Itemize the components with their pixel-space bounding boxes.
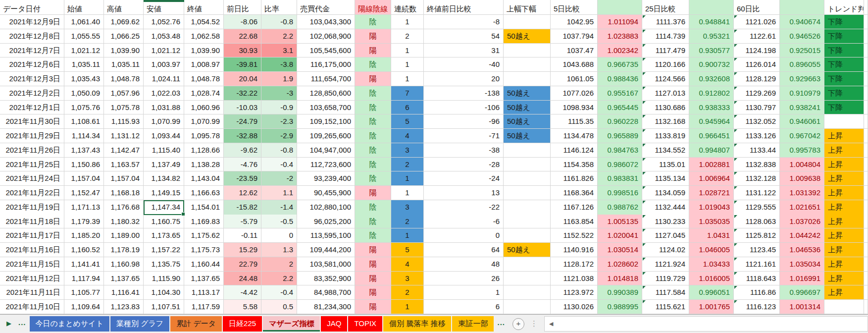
- cell-streak[interactable]: 1: [391, 44, 424, 58]
- cell-change[interactable]: -24.79: [224, 114, 261, 129]
- cell-d5[interactable]: 1077.026: [551, 86, 598, 101]
- cell-d60[interactable]: 1122.61: [734, 29, 780, 44]
- cell-streak[interactable]: 3: [391, 200, 424, 215]
- sheet-tab-5[interactable]: マザーズ指標: [263, 316, 320, 332]
- cell-high[interactable]: 1,176.68: [104, 200, 144, 215]
- cell-d5[interactable]: 1042.95: [551, 15, 598, 29]
- cell-close[interactable]: 1,060.96: [184, 101, 224, 115]
- cell-high[interactable]: 1,160.98: [104, 257, 144, 272]
- cell-value[interactable]: 90,455,900: [297, 186, 355, 200]
- cell-high[interactable]: 1,075.78: [104, 101, 144, 115]
- cell-r5[interactable]: 1.014818: [598, 272, 642, 286]
- cell-filler[interactable]: [864, 171, 868, 186]
- cell-low[interactable]: 1,135.75: [144, 257, 184, 272]
- cell-change[interactable]: -5.79: [224, 215, 261, 229]
- cell-value[interactable]: 112,723,600: [297, 158, 355, 172]
- cell-close_comp[interactable]: 0: [424, 228, 504, 243]
- cell-low[interactable]: 1,115.40: [144, 143, 184, 158]
- cell-change[interactable]: -9.62: [224, 143, 261, 158]
- cell-high[interactable]: 1,066.25: [104, 29, 144, 44]
- cell-streak[interactable]: 5: [391, 114, 424, 129]
- cell-candle[interactable]: 陽: [355, 243, 391, 257]
- sheet-tab-7[interactable]: TOPIX: [348, 316, 382, 332]
- cell-d60[interactable]: 1123.45: [734, 243, 780, 257]
- cell-date[interactable]: 2021年11月24日: [0, 171, 64, 186]
- cell-trend[interactable]: 上昇: [824, 143, 864, 158]
- cell-d25[interactable]: 1117.479: [642, 44, 689, 58]
- cell-d60[interactable]: 1129.269: [734, 86, 780, 101]
- cell-r25[interactable]: 0.932608: [689, 72, 734, 86]
- cell-ratio[interactable]: -2: [261, 171, 297, 186]
- cell-r60[interactable]: 1.046536: [780, 243, 824, 257]
- cell-filler[interactable]: [864, 29, 868, 44]
- cell-low[interactable]: 1,053.48: [144, 29, 184, 44]
- cell-filler[interactable]: [864, 158, 868, 172]
- cell-r60[interactable]: 0.929663: [780, 72, 824, 86]
- cell-d60[interactable]: 1130.797: [734, 101, 780, 115]
- cell-ratio[interactable]: -1.4: [261, 200, 297, 215]
- cell-d5[interactable]: 1115.35: [551, 114, 598, 129]
- cell-candle[interactable]: 陰: [355, 101, 391, 115]
- cell-open[interactable]: 1,160.52: [64, 243, 104, 257]
- cell-r25[interactable]: 1.046005: [689, 243, 734, 257]
- cell-candle[interactable]: 陰: [355, 158, 391, 172]
- cell-high[interactable]: 1,180.32: [104, 215, 144, 229]
- cell-change[interactable]: -0.11: [224, 228, 261, 243]
- cell-open[interactable]: 1,171.13: [64, 200, 104, 215]
- cell-open[interactable]: 1,105.77: [64, 285, 104, 300]
- cell-high[interactable]: 1,039.90: [104, 44, 144, 58]
- cell-trend[interactable]: [824, 300, 864, 314]
- cell-close_comp[interactable]: -71: [424, 129, 504, 143]
- cell-d25[interactable]: 1134.552: [642, 143, 689, 158]
- cell-d5[interactable]: 1121.038: [551, 272, 598, 286]
- cell-close_comp[interactable]: 54: [424, 29, 504, 44]
- cell-filler[interactable]: [864, 15, 868, 29]
- cell-d60[interactable]: 1133.126: [734, 129, 780, 143]
- cell-r5[interactable]: 1.028602: [598, 257, 642, 272]
- cell-value[interactable]: 84,988,700: [297, 285, 355, 300]
- cell-low[interactable]: 1,173.65: [144, 228, 184, 243]
- sheet-tab-9[interactable]: 東証一部: [452, 316, 494, 332]
- cell-r5[interactable]: 0.955167: [598, 86, 642, 101]
- cell-d5[interactable]: 1134.478: [551, 129, 598, 143]
- cell-r5[interactable]: 0.988762: [598, 200, 642, 215]
- cell-d60[interactable]: 1133.44: [734, 143, 780, 158]
- cell-candle[interactable]: 陰: [355, 15, 391, 29]
- cell-high[interactable]: 1,137.65: [104, 272, 144, 286]
- cell-filler[interactable]: [864, 228, 868, 243]
- cell-low[interactable]: 1,003.97: [144, 57, 184, 72]
- cell-d25[interactable]: 1134.059: [642, 186, 689, 200]
- cell-d25[interactable]: 1117.584: [642, 285, 689, 300]
- cell-filler[interactable]: [864, 57, 868, 72]
- cell-close_comp[interactable]: 64: [424, 243, 504, 257]
- cell-value[interactable]: 109,265,600: [297, 129, 355, 143]
- header-r25[interactable]: [689, 0, 734, 15]
- cell-close_comp[interactable]: -40: [424, 57, 504, 72]
- cell-open[interactable]: 1,075.76: [64, 101, 104, 115]
- cell-streak[interactable]: 1: [391, 300, 424, 314]
- header-streak[interactable]: 連続数: [391, 0, 424, 15]
- cell-low[interactable]: 1,137.49: [144, 158, 184, 172]
- cell-open[interactable]: 1,050.09: [64, 86, 104, 101]
- cell-value[interactable]: 116,175,000: [297, 57, 355, 72]
- cell-r60[interactable]: 1.016991: [780, 272, 824, 286]
- cell-d5[interactable]: 1043.688: [551, 57, 598, 72]
- cell-r5[interactable]: 0.966735: [598, 57, 642, 72]
- cell-trend[interactable]: 上昇: [824, 228, 864, 243]
- cell-date[interactable]: 2021年12月9日: [0, 15, 64, 29]
- cell-date[interactable]: 2021年11月10日: [0, 300, 64, 314]
- cell-close_comp[interactable]: -6: [424, 215, 504, 229]
- cell-r25[interactable]: 1.002881: [689, 158, 734, 172]
- cell-open[interactable]: 1,055.55: [64, 29, 104, 44]
- cell-trend[interactable]: 下降: [824, 86, 864, 101]
- cell-open[interactable]: 1,141.41: [64, 257, 104, 272]
- tab-menu-dots-icon[interactable]: ⋮: [528, 316, 540, 331]
- cell-trend[interactable]: 下降: [824, 29, 864, 44]
- cell-candle[interactable]: 陽: [355, 29, 391, 44]
- cell-candle[interactable]: 陰: [355, 171, 391, 186]
- cell-r5[interactable]: 1.023883: [598, 29, 642, 44]
- cell-r25[interactable]: 1.016005: [689, 272, 734, 286]
- cell-close[interactable]: 1,137.65: [184, 272, 224, 286]
- cell-high[interactable]: 1,131.12: [104, 129, 144, 143]
- cell-change[interactable]: 22.68: [224, 29, 261, 44]
